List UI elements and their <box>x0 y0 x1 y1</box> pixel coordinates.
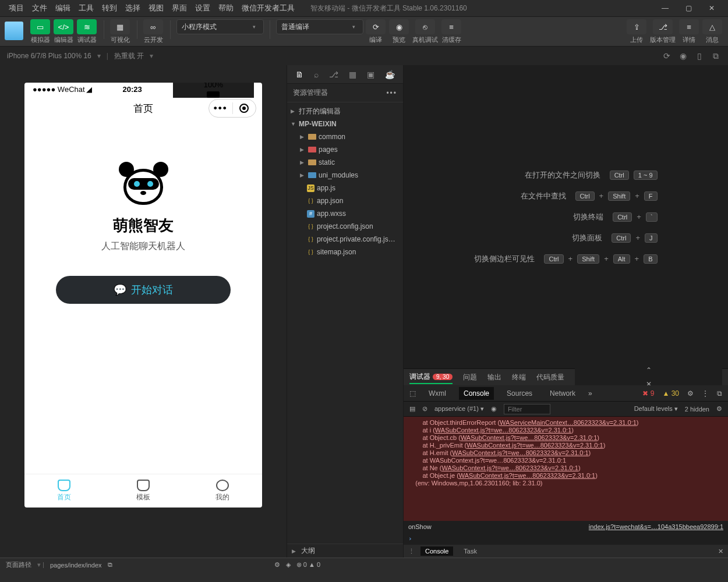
tab-quality[interactable]: 代码质量 <box>536 371 564 384</box>
footer-console[interactable]: Console <box>420 546 453 556</box>
window-minimize[interactable] <box>653 0 677 16</box>
visual-button[interactable]: ▦ <box>110 19 130 34</box>
context-select[interactable]: appservice (#1) ▾ <box>434 405 484 413</box>
refresh-icon[interactable]: ⟳ <box>662 51 672 61</box>
more-icon[interactable]: ••• <box>386 89 397 97</box>
menu-item[interactable]: 帮助 <box>214 1 238 15</box>
file-app-json[interactable]: { }app.json <box>287 194 403 207</box>
chevron-up-icon[interactable]: ⌃ <box>646 366 652 374</box>
menu-item[interactable]: 编辑 <box>51 1 75 15</box>
messages-button[interactable]: △ <box>702 19 722 34</box>
console-prompt[interactable]: › <box>404 533 728 545</box>
beaker-icon[interactable]: ☕ <box>385 70 395 79</box>
settings-icon[interactable]: ⚙ <box>274 561 280 569</box>
clear-icon[interactable]: ⊘ <box>422 405 427 413</box>
search-icon[interactable]: ⌕ <box>314 70 319 79</box>
tab-sources[interactable]: Sources <box>502 387 537 400</box>
folder-uni-modules[interactable]: ▶uni_modules <box>287 169 403 182</box>
tab-problems[interactable]: 问题 <box>463 371 477 384</box>
folder-static[interactable]: ▶static <box>287 156 403 169</box>
folder-pages[interactable]: ▶pages <box>287 143 403 156</box>
file-project-private[interactable]: { }project.private.config.js… <box>287 233 403 246</box>
route-path[interactable]: pages/index/index <box>50 562 102 569</box>
tab-mine[interactable]: 我的 <box>183 474 262 508</box>
filter-input[interactable] <box>504 404 550 414</box>
tab-wxml[interactable]: Wxml <box>424 387 451 400</box>
tab-console[interactable]: Console <box>459 387 494 400</box>
record-icon[interactable]: ◉ <box>678 51 688 61</box>
version-button[interactable]: ⎇ <box>653 19 673 34</box>
copy-path-icon[interactable]: ⧉ <box>108 561 112 569</box>
levels-select[interactable]: Default levels ▾ <box>634 405 678 413</box>
file-project-config[interactable]: { }project.config.json <box>287 220 403 233</box>
device-label[interactable]: iPhone 6/7/8 Plus 100% 16 <box>7 52 91 60</box>
device-icon[interactable]: ▯ <box>694 51 705 61</box>
menu-item[interactable]: 界面 <box>168 1 191 15</box>
clear-cache-button[interactable]: ≡ <box>441 19 461 34</box>
tab-terminal[interactable]: 终端 <box>512 371 526 384</box>
settings-gear-icon[interactable]: ⚙ <box>716 405 722 413</box>
dock-icon[interactable]: ⧉ <box>717 389 722 398</box>
file-app-wxss[interactable]: #app.wxss <box>287 207 403 220</box>
compile-select[interactable]: 普通编译▾ <box>276 19 363 34</box>
tab-output[interactable]: 输出 <box>487 371 501 384</box>
capsule-menu[interactable]: ••• <box>208 99 256 118</box>
simulator-button[interactable]: ▭ <box>30 19 50 34</box>
menu-item[interactable]: 微信开发者工具 <box>238 1 299 15</box>
menu-item[interactable]: 转到 <box>98 1 121 15</box>
start-chat-button[interactable]: 💬 开始对话 <box>56 276 231 304</box>
details-button[interactable]: ≡ <box>679 19 699 34</box>
menu-item[interactable]: 视图 <box>144 1 168 15</box>
user-avatar[interactable] <box>5 22 23 40</box>
menu-item[interactable]: 工具 <box>75 1 98 15</box>
file-app-js[interactable]: JSapp.js <box>287 182 403 194</box>
copy-icon[interactable]: ⧉ <box>711 51 721 61</box>
tab-home[interactable]: 首页 <box>24 474 104 508</box>
more-tabs-icon[interactable]: » <box>588 389 592 398</box>
window-maximize[interactable] <box>677 0 700 16</box>
capsule-more-icon[interactable]: ••• <box>209 102 232 114</box>
warn-count[interactable]: ▲ 30 <box>662 389 679 398</box>
menu-item[interactable]: 选择 <box>121 1 144 15</box>
ext1-icon[interactable]: ▦ <box>349 70 356 79</box>
mode-select[interactable]: 小程序模式▾ <box>176 19 264 34</box>
tab-network[interactable]: Network <box>545 387 580 400</box>
watch-icon[interactable]: ◈ <box>286 561 291 569</box>
inspect-icon[interactable]: ⬚ <box>409 389 416 398</box>
menu-item[interactable]: 设置 <box>191 1 214 15</box>
sidebar-toggle-icon[interactable]: ▤ <box>409 405 415 413</box>
menu-item[interactable]: 文件 <box>28 1 51 15</box>
git-icon[interactable]: ⎇ <box>329 70 338 79</box>
cloud-button[interactable]: ∞ <box>143 19 163 34</box>
menu-item[interactable]: 项目 <box>5 1 28 15</box>
upload-button[interactable]: ⇪ <box>627 19 646 34</box>
close-footer-icon[interactable]: ✕ <box>718 548 723 555</box>
status-time: 20:23 <box>92 85 173 94</box>
tab-template[interactable]: 模板 <box>104 474 183 508</box>
ext2-icon[interactable]: ▣ <box>367 70 374 79</box>
preview-button[interactable]: ◉ <box>389 19 409 34</box>
files-icon[interactable]: 🗎 <box>295 70 303 79</box>
open-editors-section[interactable]: ▶打开的编辑器 <box>287 105 403 118</box>
error-count[interactable]: ✖ 9 <box>642 389 654 398</box>
hidden-count[interactable]: 2 hidden <box>685 406 709 413</box>
tab-debugger[interactable]: 调试器9, 30 <box>409 371 453 384</box>
onshow-source-link[interactable]: index.js?t=wechat&s=…104a315bbeea92899:1 <box>589 523 723 530</box>
status-issues[interactable]: ⊗ 0 ▲ 0 <box>296 561 320 569</box>
compile-button[interactable]: ⟳ <box>366 19 386 34</box>
kebab-icon[interactable]: ⋮ <box>408 548 415 555</box>
folder-common[interactable]: ▶common <box>287 130 403 143</box>
debugger-button[interactable]: ≋ <box>77 19 97 34</box>
file-sitemap[interactable]: { }sitemap.json <box>287 246 403 258</box>
editor-button[interactable]: </> <box>54 19 73 34</box>
remote-debug-button[interactable]: ⎋ <box>415 19 435 34</box>
footer-task[interactable]: Task <box>459 546 482 556</box>
hot-reload-label[interactable]: 热重载 开 <box>114 51 144 61</box>
kebab-icon[interactable]: ⋮ <box>702 389 709 398</box>
capsule-close-icon[interactable] <box>233 104 256 113</box>
outline-section[interactable]: ▶大纲 <box>287 544 403 558</box>
eye-icon[interactable]: ◉ <box>491 405 497 413</box>
root-folder[interactable]: ▼MP-WEIXIN <box>287 118 403 130</box>
window-close[interactable] <box>700 0 723 16</box>
gear-icon[interactable]: ⚙ <box>687 389 694 398</box>
